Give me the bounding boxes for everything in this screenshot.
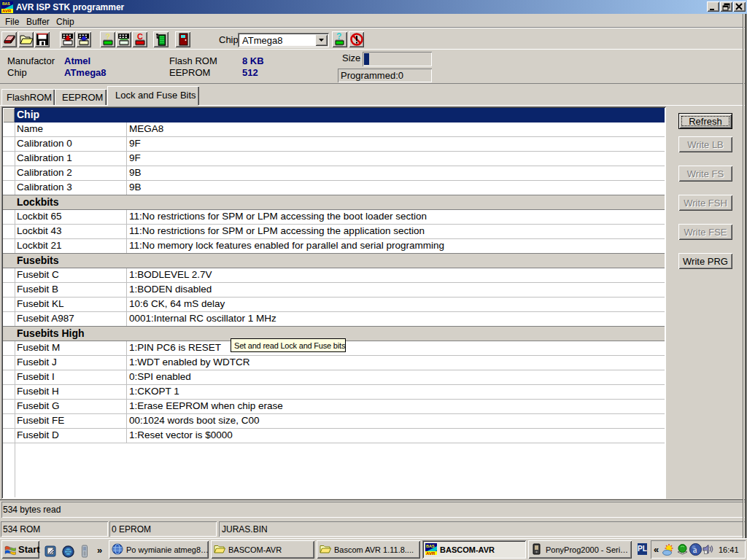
svg-text:a: a [693, 545, 697, 555]
svg-text:BAS: BAS [426, 544, 435, 548]
svg-text:?: ? [106, 32, 111, 41]
svg-text:AVR: AVR [2, 9, 12, 13]
svg-text:BAS: BAS [2, 1, 10, 6]
svg-text:AVR: AVR [426, 551, 436, 556]
svg-text:C: C [137, 32, 143, 41]
